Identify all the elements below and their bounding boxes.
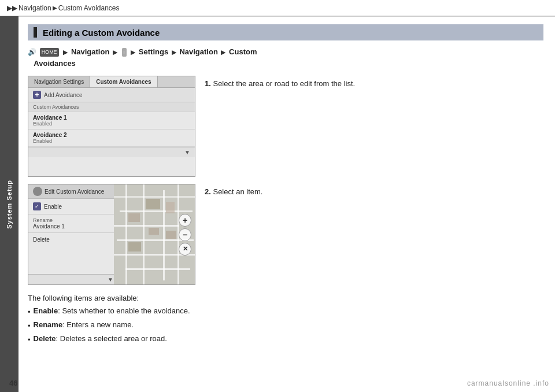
- enable-desc: : Sets whether to enable the avoidance.: [58, 306, 190, 315]
- avoidance-item-2[interactable]: Avoidance 2 Enabled: [28, 130, 195, 147]
- avoidance-2-name: Avoidance 2: [33, 132, 190, 138]
- main-content: Editing a Custom Avoidance 🔊 HOME ▶ Navi…: [18, 16, 555, 392]
- enable-label: Enable: [44, 204, 62, 210]
- sidebar: System Setup: [0, 16, 18, 392]
- delete-term: Delete: [34, 334, 56, 343]
- breadcrumb-custom: Custom Avoidances: [58, 4, 120, 12]
- avoidance-item-1[interactable]: Avoidance 1 Enabled: [28, 112, 195, 130]
- path-arrow1: ▶: [63, 49, 68, 56]
- path-arrow3: ▶: [131, 49, 135, 56]
- bullet-1: •: [28, 306, 31, 319]
- following-item-rename: • Rename: Enters a new name.: [28, 319, 543, 332]
- step-1-num: 1.: [205, 79, 211, 88]
- home-icon: HOME: [40, 48, 59, 57]
- breadcrumb: ▶▶ Navigation ▶ Custom Avoidances: [0, 0, 555, 16]
- tab-nav-settings[interactable]: Navigation Settings: [28, 76, 90, 87]
- add-label: Add Avoidance: [44, 92, 83, 98]
- section-title: Editing a Custom Avoidance: [43, 28, 160, 38]
- custom-avoidances-label: Custom Avoidances: [28, 102, 195, 112]
- screen2-left-panel: Edit Custom Avoidance ✓ Enable Rename Av…: [28, 184, 118, 284]
- avoidance-1-status: Enabled: [33, 121, 190, 127]
- path-settings: Settings: [139, 47, 168, 56]
- path-nav: Navigation: [71, 47, 109, 56]
- zoom-in-btn[interactable]: +: [179, 214, 191, 227]
- rename-label: Rename: [33, 217, 113, 223]
- path-arrow2: ▶: [113, 49, 117, 56]
- path-line: 🔊 HOME ▶ Navigation ▶ i ▶ Settings ▶ Nav…: [28, 46, 543, 69]
- sidebar-label: System Setup: [6, 180, 13, 229]
- section-header-bar: [34, 27, 37, 38]
- rename-term: Rename: [34, 320, 63, 329]
- zoom-out-btn[interactable]: −: [179, 228, 191, 241]
- screen1-bottom: ▼: [28, 147, 195, 157]
- step-2-desc: Select an item.: [213, 187, 262, 196]
- map-background: + − ✕: [114, 184, 195, 284]
- bullet-2: •: [28, 320, 31, 332]
- tab-custom-avoidances[interactable]: Custom Avoidances: [90, 76, 157, 87]
- path-home-prefix: 🔊: [28, 48, 36, 56]
- map-controls: + − ✕: [179, 214, 191, 256]
- user-avatar: [33, 187, 42, 196]
- enable-term: Enable: [34, 306, 58, 315]
- step-1-text: 1. Select the area or road to edit from …: [205, 76, 355, 177]
- info-icon: i: [122, 48, 127, 57]
- breadcrumb-arrows: ▶▶: [7, 4, 17, 12]
- avoidance-2-status: Enabled: [33, 138, 190, 144]
- delete-label: Delete: [33, 236, 50, 243]
- rename-value: Avoidance 1: [33, 223, 113, 230]
- enable-row[interactable]: ✓ Enable: [28, 199, 118, 215]
- add-avoidance-row[interactable]: + Add Avoidance: [28, 88, 195, 102]
- breadcrumb-nav1[interactable]: Navigation: [18, 4, 51, 12]
- delete-row[interactable]: Delete: [28, 233, 118, 246]
- watermark: carmanualsonline .info: [467, 379, 549, 387]
- screen1-tabs: Navigation Settings Custom Avoidances: [28, 76, 195, 88]
- rename-desc: : Enters a new name.: [62, 320, 134, 329]
- path-nav2: Navigation: [179, 47, 217, 56]
- content-row-2: Edit Custom Avoidance ✓ Enable Rename Av…: [28, 184, 543, 285]
- step-2-num: 2.: [205, 187, 211, 196]
- path-arrow5: ▶: [221, 49, 225, 56]
- bullet-3: •: [28, 334, 31, 346]
- checkmark-icon: ✓: [33, 202, 41, 210]
- path-arrow4: ▶: [172, 49, 176, 56]
- edit-header-label: Edit Custom Avoidance: [45, 188, 104, 195]
- step-1-desc: Select the area or road to edit from the…: [213, 79, 355, 88]
- content-row-1: Navigation Settings Custom Avoidances + …: [28, 76, 543, 177]
- scroll-down-icon: ▼: [184, 149, 190, 156]
- screen1-screenshot: Navigation Settings Custom Avoidances + …: [28, 76, 195, 177]
- screen2-bottom: ▼: [28, 274, 118, 284]
- section-header: Editing a Custom Avoidance: [28, 24, 543, 40]
- delete-desc: : Deletes a selected area or road.: [56, 334, 167, 343]
- screen2-screenshot: Edit Custom Avoidance ✓ Enable Rename Av…: [28, 184, 195, 285]
- breadcrumb-arrow1: ▶: [53, 5, 57, 11]
- following-intro: The following items are available:: [28, 292, 543, 305]
- avoidance-1-name: Avoidance 1: [33, 114, 190, 121]
- following-item-delete: • Delete: Deletes a selected area or roa…: [28, 332, 543, 346]
- page-number: 46: [9, 379, 17, 387]
- map-area: + − ✕: [114, 184, 195, 284]
- plus-icon: +: [33, 91, 41, 99]
- edit-header: Edit Custom Avoidance: [28, 184, 118, 199]
- scroll-down2-icon: ▼: [108, 276, 113, 283]
- zoom-reset-btn[interactable]: ✕: [179, 243, 191, 256]
- rename-section[interactable]: Rename Avoidance 1: [28, 215, 118, 233]
- following-items: The following items are available: • Ena…: [28, 292, 543, 346]
- step-2-text: 2. Select an item.: [205, 184, 262, 285]
- following-item-enable: • Enable: Sets whether to enable the avo…: [28, 305, 543, 319]
